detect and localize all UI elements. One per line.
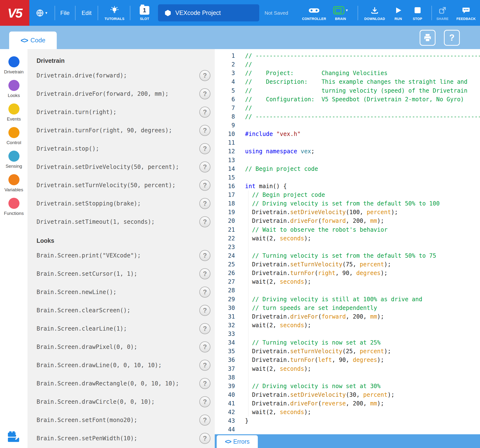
command-help-button[interactable]: ? <box>199 305 210 316</box>
code-line[interactable]: 12using namespace vex; <box>215 147 480 156</box>
command-help-button[interactable]: ? <box>199 323 210 334</box>
code-line[interactable]: 6// Configuration: V5 Speedbot (Drivetra… <box>215 95 480 104</box>
command-item[interactable]: Brain.Screen.drawPixel(0, 0);? <box>28 338 215 356</box>
command-item[interactable]: Drivetrain.drive(forward);? <box>28 66 215 85</box>
file-menu[interactable]: File <box>56 0 74 26</box>
code-line[interactable]: 5// turning velocity (speed) of the Driv… <box>215 86 480 95</box>
command-help-button[interactable]: ? <box>199 250 210 261</box>
command-item[interactable]: Drivetrain.stop();? <box>28 140 215 158</box>
command-item[interactable]: Brain.Screen.setCursor(1, 1);? <box>28 265 215 283</box>
code-line[interactable]: 14// Begin project code <box>215 164 480 173</box>
code-line[interactable]: 18 // Driving velocity is set from the d… <box>215 199 480 208</box>
code-line[interactable]: 20 Drivetrain.driveFor(forward, 200, mm)… <box>215 217 480 225</box>
code-line[interactable]: 19 Drivetrain.setDriveVelocity(100, perc… <box>215 208 480 217</box>
sidebar-category-control[interactable]: Control <box>0 126 28 150</box>
tab-errors[interactable]: <> Errors <box>217 435 258 448</box>
command-help-button[interactable]: ? <box>199 125 210 136</box>
code-line[interactable]: 44 <box>215 425 480 434</box>
command-help-button[interactable]: ? <box>199 378 210 389</box>
code-line[interactable]: 38 <box>215 373 480 382</box>
help-button[interactable]: ? <box>444 30 460 46</box>
command-item[interactable]: Drivetrain.setTurnVelocity(50, percent);… <box>28 176 215 194</box>
code-line[interactable]: 22 wait(2, seconds); <box>215 234 480 243</box>
code-line[interactable]: 24 // Turning velocity is set from the d… <box>215 251 480 260</box>
command-help-button[interactable]: ? <box>199 433 210 444</box>
command-item[interactable]: Drivetrain.turn(right);? <box>28 103 215 121</box>
command-item[interactable]: Brain.Screen.newLine();? <box>28 283 215 301</box>
sidebar-category-looks[interactable]: Looks <box>0 79 28 102</box>
sidebar-category-events[interactable]: Events <box>0 102 28 126</box>
code-line[interactable]: 2// <box>215 60 480 69</box>
download-button[interactable]: DOWNLOAD <box>363 0 387 26</box>
tab-code[interactable]: <> Code <box>9 32 57 49</box>
code-line[interactable]: 37 wait(2, seconds); <box>215 364 480 373</box>
command-help-button[interactable]: ? <box>199 180 210 191</box>
command-item[interactable]: Brain.Screen.drawCircle(0, 0, 10);? <box>28 393 215 411</box>
command-item[interactable]: Brain.Screen.setPenWidth(10);? <box>28 429 215 448</box>
command-item[interactable]: Drivetrain.setDriveVelocity(50, percent)… <box>28 158 215 176</box>
command-help-button[interactable]: ? <box>199 415 210 426</box>
code-line[interactable]: 32 wait(2, seconds); <box>215 321 480 330</box>
code-editor[interactable]: 1// ------------------------------------… <box>215 49 480 434</box>
code-line[interactable]: 27 wait(2, seconds); <box>215 277 480 286</box>
command-item[interactable]: Brain.Screen.drawLine(0, 0, 10, 10);? <box>28 356 215 374</box>
edit-menu[interactable]: Edit <box>77 0 97 26</box>
language-menu-button[interactable]: ▾ <box>31 0 52 26</box>
tutorials-button[interactable]: TUTORIALS <box>102 0 127 26</box>
share-button[interactable]: SHARE <box>431 0 454 26</box>
command-help-button[interactable]: ? <box>199 70 210 81</box>
controller-button[interactable]: CONTROLLER <box>302 0 326 26</box>
code-line[interactable]: 30 // turn speeds are set independently <box>215 304 480 312</box>
command-help-button[interactable]: ? <box>199 268 210 279</box>
command-item[interactable]: Brain.Screen.setFont(mono20);? <box>28 411 215 429</box>
code-line[interactable]: 40 Drivetrain.setDriveVelocity(30, perce… <box>215 391 480 399</box>
code-line[interactable]: 4// Description: This example changes th… <box>215 78 480 86</box>
code-line[interactable]: 13 <box>215 156 480 164</box>
code-line[interactable]: 15 <box>215 173 480 182</box>
command-item[interactable]: Drivetrain.driveFor(forward, 200, mm);? <box>28 85 215 103</box>
code-line[interactable]: 9 <box>215 121 480 130</box>
switch-to-blocks-button[interactable] <box>7 431 21 445</box>
code-line[interactable]: 39 // Driving velocity is now set at 30% <box>215 382 480 391</box>
code-line[interactable]: 35 Drivetrain.setTurnVelocity(25, percen… <box>215 347 480 356</box>
code-line[interactable]: 41 Drivetrain.driveFor(reverse, 200, mm)… <box>215 399 480 408</box>
project-title-box[interactable]: VEXcode Project <box>158 4 259 21</box>
code-line[interactable]: 21 // Wait to observe the robot's behavi… <box>215 225 480 234</box>
code-line[interactable]: 25 Drivetrain.setTurnVelocity(75, percen… <box>215 260 480 269</box>
command-help-button[interactable]: ? <box>199 88 210 99</box>
command-help-button[interactable]: ? <box>199 396 210 407</box>
sidebar-category-sensing[interactable]: Sensing <box>0 150 28 173</box>
command-item[interactable]: Drivetrain.turnFor(right, 90, degrees);? <box>28 121 215 140</box>
command-help-button[interactable]: ? <box>199 287 210 298</box>
code-line[interactable]: 43} <box>215 416 480 425</box>
command-item[interactable]: Brain.Screen.clearLine(1);? <box>28 320 215 338</box>
code-line[interactable]: 36 Drivetrain.turnFor(left, 90, degrees)… <box>215 356 480 364</box>
code-line[interactable]: 8// ------------------------------------… <box>215 112 480 121</box>
sidebar-category-variables[interactable]: Variables <box>0 173 28 197</box>
code-line[interactable]: 23 <box>215 243 480 251</box>
command-help-button[interactable]: ? <box>199 107 210 118</box>
stop-button[interactable]: STOP <box>405 0 430 26</box>
command-help-button[interactable]: ? <box>199 360 210 371</box>
command-help-button[interactable]: ? <box>199 161 210 172</box>
command-help-button[interactable]: ? <box>199 198 210 209</box>
code-line[interactable]: 26 Drivetrain.turnFor(right, 90, degrees… <box>215 269 480 277</box>
code-line[interactable]: 28 <box>215 286 480 295</box>
sidebar-category-functions[interactable]: Functions <box>0 197 28 220</box>
sidebar-category-drivetrain[interactable]: Drivetrain <box>0 55 28 79</box>
print-button[interactable] <box>420 30 436 46</box>
command-help-button[interactable]: ? <box>199 216 210 227</box>
code-line[interactable]: 42 wait(2, seconds); <box>215 408 480 416</box>
code-line[interactable]: 16int main() { <box>215 182 480 191</box>
code-line[interactable]: 1// ------------------------------------… <box>215 51 480 60</box>
code-line[interactable]: 17 // Begin project code <box>215 191 480 199</box>
code-line[interactable]: 11 <box>215 138 480 147</box>
code-line[interactable]: 34 // Turning velocity is now set at 25% <box>215 338 480 347</box>
feedback-button[interactable]: FEEDBACK <box>454 0 478 26</box>
command-item[interactable]: Brain.Screen.print("VEXcode");? <box>28 246 215 265</box>
brain-button[interactable]: ▾ BRAIN <box>329 0 353 26</box>
code-line[interactable]: 10#include "vex.h" <box>215 130 480 138</box>
slot-button[interactable]: 1 SLOT <box>133 0 156 26</box>
code-line[interactable]: 7// <box>215 104 480 112</box>
code-line[interactable]: 29 // Driving velocity is still at 100% … <box>215 295 480 304</box>
